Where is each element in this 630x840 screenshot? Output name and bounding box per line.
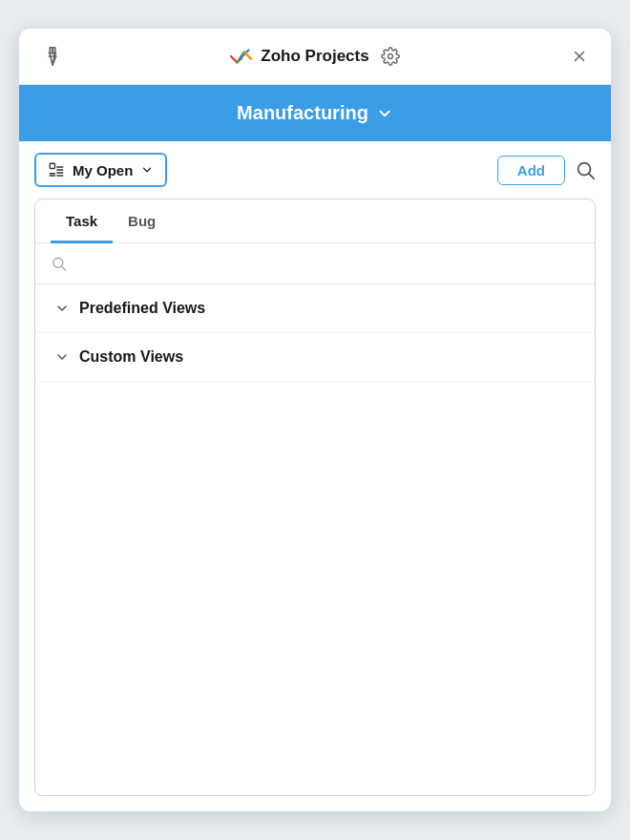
settings-button[interactable] [377, 43, 404, 70]
dropdown-panel: Task Bug Predefined Views [34, 199, 596, 796]
svg-line-15 [62, 266, 66, 270]
titlebar-right [567, 44, 592, 69]
custom-views-section[interactable]: Custom Views [35, 333, 595, 382]
view-selector[interactable]: My Open [34, 153, 167, 187]
titlebar: Zoho Projects [19, 29, 611, 85]
tab-task[interactable]: Task [51, 200, 113, 243]
search-row [35, 243, 595, 284]
search-input[interactable] [76, 256, 579, 271]
tab-task-label: Task [66, 213, 97, 229]
app-window: Zoho Projects Manufacturing [19, 29, 611, 811]
custom-views-chevron-icon [54, 349, 70, 365]
svg-line-13 [589, 174, 594, 178]
tab-bug[interactable]: Bug [113, 200, 171, 243]
svg-point-2 [388, 54, 392, 59]
app-title: Zoho Projects [261, 47, 368, 66]
svg-point-0 [52, 49, 54, 52]
titlebar-center: Zoho Projects [67, 43, 567, 70]
custom-views-label: Custom Views [79, 348, 183, 366]
project-header[interactable]: Manufacturing [19, 85, 611, 141]
tabs-bar: Task Bug [35, 200, 595, 243]
view-selector-chevron-icon [140, 163, 154, 177]
project-name-text: Manufacturing [237, 102, 368, 124]
add-button[interactable]: Add [497, 156, 565, 185]
search-toolbar-button[interactable] [575, 159, 596, 180]
predefined-views-label: Predefined Views [79, 300, 205, 317]
toolbar-actions: Add [497, 156, 596, 185]
pin-button[interactable] [38, 42, 67, 71]
search-icon [51, 255, 67, 272]
titlebar-left [38, 42, 67, 71]
predefined-views-chevron-icon [54, 301, 70, 316]
svg-rect-5 [50, 163, 54, 168]
view-selector-icon [48, 161, 65, 178]
zoho-logo [230, 45, 253, 68]
view-label: My Open [73, 162, 133, 178]
close-button[interactable] [567, 44, 592, 69]
project-chevron-icon [376, 105, 393, 122]
project-name: Manufacturing [237, 102, 393, 124]
predefined-views-section[interactable]: Predefined Views [35, 284, 595, 333]
tab-bug-label: Bug [128, 213, 156, 229]
toolbar: My Open Add [19, 141, 611, 199]
content-area [35, 382, 595, 795]
